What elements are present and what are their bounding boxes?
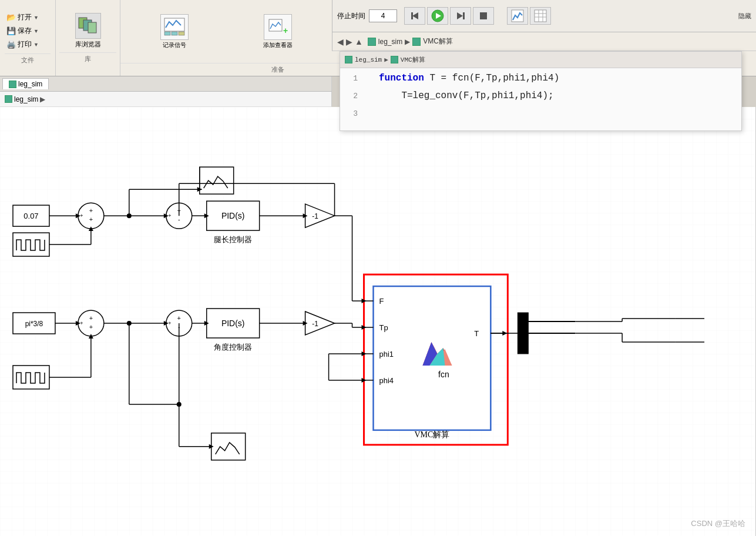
stop-time-label: 停止时间 [337,11,365,21]
code-popup-breadcrumb-block: VMC解算 [401,55,425,64]
svg-text:F: F [379,297,384,306]
left-tab-label: leg_sim [18,80,42,88]
print-dropdown-arrow: ▼ [33,42,39,48]
svg-text:+: + [80,213,83,219]
right-breadcrumb-block: VMC解算 [423,36,453,46]
svg-rect-61 [13,366,49,389]
svg-rect-20 [463,12,465,19]
svg-rect-21 [480,12,487,19]
open-dropdown-arrow: ▼ [33,15,39,21]
library-label: 库 [59,52,116,63]
simulink-diagram: 0.07 + + + + - + PID(s) 腿长控制器 -1 pi*3/8 … [0,107,756,536]
watermark: CSDN @王哈哈 [691,518,745,529]
save-button[interactable]: 💾 保存 ▼ [5,25,51,37]
svg-text:fcn: fcn [438,370,449,379]
code-popup-block-icon [391,56,398,63]
file-section-label: 文件 [5,53,51,65]
library-browser-label: 库浏览器 [75,40,101,49]
svg-rect-44 [200,167,234,194]
left-tab-active[interactable]: leg_sim [2,78,49,89]
line-num-3: 3 [340,109,366,118]
left-breadcrumb: leg_sim ▶ [0,92,332,107]
line1-rest: T = fcn(F,Tp,phi1,phi4) [424,73,559,83]
svg-rect-116 [211,433,246,460]
svg-rect-5 [172,32,177,35]
svg-rect-2 [88,22,96,33]
left-breadcrumb-model: leg_sim [14,95,38,103]
back-button[interactable] [404,7,425,25]
svg-rect-120 [518,313,528,354]
svg-text:PID(s): PID(s) [221,211,245,220]
svg-text:+: + [89,323,93,330]
code-line-2: 2 T=leg_conv(F,Tp,phi1,phi4); [340,91,741,108]
sim-buttons [404,7,551,25]
code-popup-model-icon [345,56,352,63]
svg-text:T: T [474,329,479,338]
code-line-3: 3 [340,108,741,126]
breadcrumb-separator: ▶ [405,38,410,46]
add-viewer-label: 添加查看器 [263,41,293,49]
svg-text:+: + [89,314,93,321]
save-label: 保存 [18,26,32,36]
code-line-1: 1 function T = fcn(F,Tp,phi1,phi4) [340,73,741,91]
record-signal-button[interactable]: 记录信号 [160,14,189,49]
svg-rect-7 [269,19,282,31]
svg-text:+: + [89,207,93,214]
step-forward-button[interactable] [450,7,471,25]
save-dropdown-arrow: ▼ [33,28,39,34]
open-button[interactable]: 📂 打开 ▼ [5,11,51,24]
record-signal-icon [160,14,189,40]
breadcrumb-model-icon [368,38,376,46]
open-label: 打开 [18,12,32,22]
code-popup: leg_sim ▶ VMC解算 1 function T = fcn(F,Tp,… [340,51,742,131]
stop-time-input[interactable] [369,9,397,22]
left-tab-icon [9,81,16,88]
library-browser-button[interactable]: 库浏览器 [75,13,101,49]
record-signal-label: 记录信号 [163,41,186,49]
print-button[interactable]: 🖨️ 打印 ▼ [5,38,51,51]
left-breadcrumb-arrow: ▶ [40,95,45,103]
svg-rect-23 [535,10,546,22]
add-viewer-button[interactable]: + 添加查看器 [263,14,293,49]
svg-text:-1: -1 [312,320,318,328]
data-table-button[interactable] [530,7,551,25]
svg-rect-6 [179,32,184,35]
keyword-function: function [379,73,424,83]
svg-rect-45 [13,233,49,256]
code-popup-breadcrumb-model: leg_sim [355,56,382,63]
line-num-2: 2 [340,92,366,101]
chart-button[interactable] [507,7,528,25]
svg-text:0.07: 0.07 [23,212,38,220]
svg-text:+: + [283,26,288,35]
right-breadcrumb: ◀ ▶ ▲ leg_sim ▶ VMC解算 [332,32,756,51]
code-popup-header: leg_sim ▶ VMC解算 [340,52,741,68]
svg-rect-16 [411,12,413,19]
svg-text:+: + [89,216,93,223]
hidden-label[interactable]: 隐藏 [738,12,751,21]
library-browser-icon [75,13,101,39]
svg-text:PID(s): PID(s) [221,319,245,328]
line-content-2: T=leg_conv(F,Tp,phi1,phi4); [379,91,554,101]
svg-text:phi1: phi1 [379,350,394,359]
play-button[interactable] [427,7,448,25]
svg-text:+: + [177,314,181,321]
add-viewer-icon: + [264,14,292,40]
svg-text:VMC解算: VMC解算 [415,430,450,439]
line-content-3 [379,108,385,119]
svg-text:+: + [168,213,171,219]
svg-text:-: - [178,216,180,223]
library-section: 库浏览器 库 [56,0,120,76]
svg-text:Tp: Tp [379,323,388,332]
left-tab-strip: leg_sim [0,76,332,92]
code-body: 1 function T = fcn(F,Tp,phi1,phi4) 2 T=l… [340,68,741,130]
stop-button[interactable] [473,7,494,25]
left-breadcrumb-icon [5,95,12,103]
print-label: 打印 [18,39,32,49]
line-content-1: function T = fcn(F,Tp,phi1,phi4) [379,73,559,83]
svg-marker-19 [457,12,463,19]
svg-text:腿长控制器: 腿长控制器 [214,235,252,244]
svg-text:+: + [80,320,83,326]
line-num-1: 1 [340,74,366,83]
simulation-toolbar: 停止时间 隐藏 [332,0,756,32]
svg-text:-1: -1 [312,212,318,220]
